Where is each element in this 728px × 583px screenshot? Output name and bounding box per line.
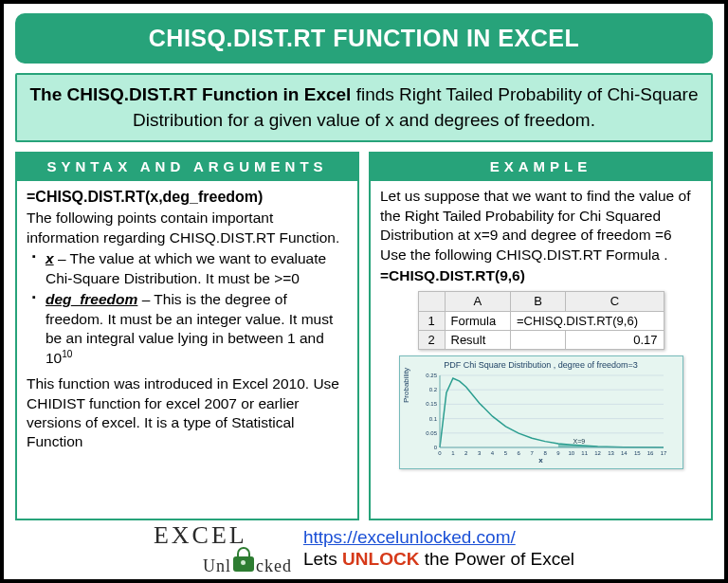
cell-a2: Result [445,330,511,349]
svg-text:0.2: 0.2 [428,387,437,392]
website-link[interactable]: https://excelunlocked.com/ [303,527,516,547]
svg-text:9: 9 [556,450,560,456]
svg-text:0.05: 0.05 [426,430,437,436]
example-description: Let us suppose that we want to find the … [380,187,701,264]
arg-name-deg: deg_freedom [46,291,137,307]
footer-text: https://excelunlocked.com/ Lets UNLOCK t… [303,527,574,571]
footer: EXCEL Unlcked https://excelunlocked.com/… [15,524,713,574]
argument-x: x – The value at which we want to evalua… [30,249,348,288]
col-b-header: B [511,292,566,311]
svg-text:0: 0 [438,450,442,456]
svg-text:17: 17 [660,450,666,456]
brand-logo: EXCEL Unlcked [154,524,292,574]
chart-title: PDF Chi Square Distribution , degree of … [406,360,677,372]
svg-text:13: 13 [608,450,614,456]
lock-icon [232,547,255,572]
svg-text:4: 4 [490,450,494,456]
svg-text:0.15: 0.15 [426,401,437,407]
svg-text:0.1: 0.1 [428,415,437,421]
intro-description: The CHISQ.DIST.RT Function in Excel find… [15,73,713,142]
intro-bold: The CHISQ.DIST.RT Function in Excel [30,84,352,104]
syntax-note: This function was introduced in Excel 20… [27,374,348,452]
cell-b2 [511,330,566,349]
cell-b1: =CHISQ.DIST.RT(9,6) [511,311,664,330]
cell-a1: Formula [445,311,511,330]
row-2-header: 2 [418,330,445,349]
svg-text:10: 10 [568,450,574,456]
svg-text:11: 11 [581,450,588,456]
svg-text:2: 2 [464,450,468,456]
row-1-header: 1 [418,311,445,330]
syntax-formula: =CHISQ.DIST.RT(x,deg_freedom) [27,187,348,207]
example-formula: =CHISQ.DIST.RT(9,6) [380,266,701,285]
svg-text:15: 15 [633,450,640,456]
chart-svg: 00.050.10.150.20.25012345678910111213141… [413,373,669,461]
example-header: EXAMPLE [369,152,713,181]
svg-text:8: 8 [543,450,547,456]
col-a-header: A [445,292,511,311]
example-column: EXAMPLE Let us suppose that we want to f… [369,152,713,520]
svg-text:3: 3 [477,450,481,456]
logo-text-1a: EXC [154,524,211,546]
tagline-pre: Lets [303,549,342,569]
logo-line1: EXCEL [154,524,247,546]
page-title: CHISQ.DIST.RT FUNCTION IN EXCEL [15,13,713,64]
svg-text:7: 7 [530,450,534,456]
arg-name-x: x [46,250,54,266]
syntax-lead: The following points contain important i… [27,209,348,247]
content-columns: SYNTAX AND ARGUMENTS =CHISQ.DIST.RT(x,de… [15,152,713,520]
example-body: Let us suppose that we want to find the … [369,181,713,520]
argument-deg-freedom: deg_freedom – This is the degree of free… [30,290,348,369]
logo-line2: Unlcked [203,547,292,574]
argument-list: x – The value at which we want to evalua… [27,249,348,369]
logo-text-2a: Unl [203,556,231,575]
pdf-chart: PDF Chi Square Distribution , degree of … [399,355,683,469]
svg-text:14: 14 [621,450,628,456]
exponent: 10 [62,349,72,359]
svg-text:X=9: X=9 [573,438,585,445]
logo-text-1b: EL [211,524,247,546]
svg-text:1: 1 [451,450,455,456]
chart-xlabel: x [538,456,542,466]
svg-text:12: 12 [594,450,601,456]
syntax-column: SYNTAX AND ARGUMENTS =CHISQ.DIST.RT(x,de… [15,152,359,520]
excel-result-table: A B C 1 Formula =CHISQ.DIST.RT(9,6) 2 Re… [418,291,664,349]
svg-text:16: 16 [646,450,653,456]
logo-text-2b: cked [256,556,292,575]
syntax-body: =CHISQ.DIST.RT(x,deg_freedom) The follow… [15,181,359,520]
svg-text:0.25: 0.25 [426,373,437,378]
svg-text:5: 5 [503,450,507,456]
table-corner [418,292,445,311]
svg-text:0: 0 [433,445,437,450]
tagline-unlock: UNLOCK [342,549,419,569]
tagline-post: the Power of Excel [419,549,574,569]
syntax-header: SYNTAX AND ARGUMENTS [15,152,359,181]
svg-text:6: 6 [517,450,520,456]
arg-desc-x: – The value at which we want to evaluate… [46,250,326,285]
col-c-header: C [566,292,664,311]
cell-c2: 0.17 [566,330,664,349]
chart-ylabel: Probability [402,368,412,403]
